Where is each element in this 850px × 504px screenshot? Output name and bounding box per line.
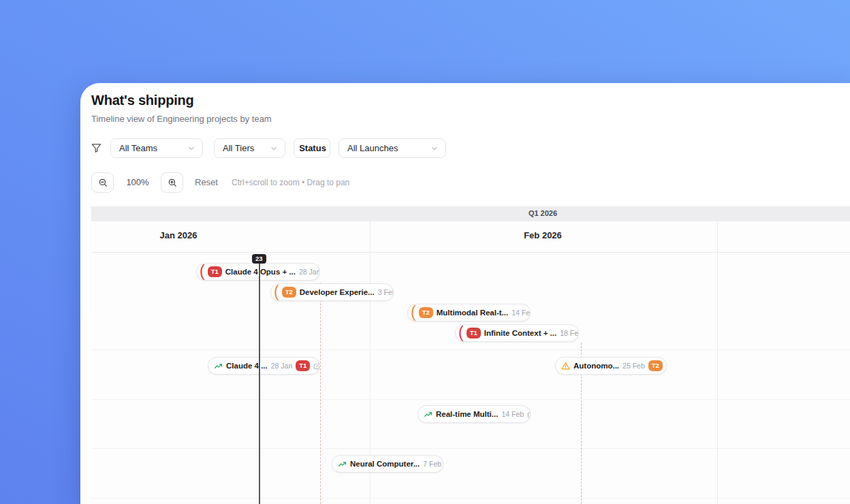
zoom-out-button[interactable] [91, 172, 114, 193]
page-subtitle: Timeline view of Engineering projects by… [91, 114, 272, 124]
teams-filter-dropdown[interactable]: All Teams [110, 138, 203, 158]
project-bar[interactable]: ( T1 Infinite Context + ... 18 Feb [455, 324, 579, 342]
whats-shipping-panel: What's shipping Timeline view of Enginee… [80, 83, 850, 504]
launch-date: 28 Jan [271, 362, 293, 370]
tier-badge: T2 [648, 360, 663, 371]
launch-title: Real-time Multi... [436, 410, 498, 418]
zoom-in-icon [168, 178, 177, 187]
trending-up-icon [214, 362, 223, 371]
bar-title: Developer Experie... [300, 288, 375, 296]
tiers-filter-value: All Tiers [223, 143, 254, 153]
app-background: What's shipping Timeline view of Enginee… [0, 0, 850, 504]
bar-start-bracket: ( [274, 284, 279, 299]
quarter-label: Q1 2026 [509, 209, 577, 217]
lane-divider [91, 498, 850, 499]
external-link-icon [666, 362, 667, 370]
tier-badge: T1 [467, 328, 481, 338]
month-gridline [717, 221, 718, 504]
today-marker-line [259, 264, 260, 504]
launch-title: Claude 4 ... [226, 362, 268, 370]
teams-filter-value: All Teams [119, 143, 157, 153]
tier-badge: T2 [282, 287, 296, 298]
lane-divider [91, 349, 850, 350]
reset-zoom-button[interactable]: Reset [195, 177, 218, 187]
tiers-filter-dropdown[interactable]: All Tiers [214, 138, 285, 158]
zoom-pan-hint: Ctrl+scroll to zoom • Drag to pan [232, 178, 349, 187]
external-link-icon [313, 362, 320, 370]
launch-date: 25 Feb [623, 362, 645, 370]
launches-filter-dropdown[interactable]: All Launches [339, 138, 446, 158]
launch-item[interactable]: Autonomo... 25 Feb T2 [555, 357, 667, 375]
filter-funnel-icon [91, 143, 101, 153]
chevron-down-icon [187, 144, 195, 153]
bar-date: 18 Feb [560, 329, 579, 337]
project-bar[interactable]: ( T1 Claude 4 Opus + ... 28 Jan [196, 263, 320, 281]
today-marker-badge: 23 [252, 254, 266, 264]
tier-badge: T1 [296, 360, 310, 371]
launch-title: Neural Computer... [350, 460, 420, 468]
bar-start-bracket: ( [411, 304, 416, 319]
project-bar[interactable]: ( T2 Multimodal Real-t... 14 Feb [407, 304, 531, 321]
zoom-out-icon [98, 178, 108, 187]
launches-filter-value: All Launches [347, 143, 398, 153]
bar-title: Infinite Context + ... [484, 329, 556, 337]
launch-item[interactable]: Claude 4 ... 28 Jan T1 [208, 357, 320, 375]
chevron-down-icon [430, 144, 439, 153]
month-label-feb: Feb 2026 [509, 230, 577, 240]
bar-title: Multimodal Real-t... [437, 309, 508, 317]
launch-item[interactable]: Real-time Multi... 14 Feb [418, 405, 531, 423]
status-filter-button[interactable]: Status [294, 138, 330, 158]
lane-divider [91, 399, 850, 400]
tier-badge: T1 [208, 266, 222, 277]
zoom-level: 100% [123, 177, 153, 187]
trending-up-icon [338, 460, 347, 469]
warning-icon [561, 362, 570, 371]
zoom-in-button[interactable] [161, 172, 183, 193]
bar-title: Claude 4 Opus + ... [225, 268, 296, 276]
bar-date: 3 Feb [378, 288, 394, 296]
month-label-jan: Jan 2026 [144, 230, 212, 240]
bar-date: 14 Feb [511, 309, 531, 317]
timeline-chart[interactable]: Q1 2026 Jan 2026 Feb 2026 23 ( T1 Claude… [91, 206, 850, 504]
milestone-dashed-line [320, 283, 321, 504]
month-header-row: Jan 2026 Feb 2026 [91, 221, 850, 253]
lane-divider [91, 448, 850, 449]
bar-date: 28 Jan [299, 268, 320, 276]
launch-title: Autonomo... [573, 362, 619, 370]
bar-start-bracket: ( [458, 325, 464, 340]
launch-date: 7 Feb [423, 460, 441, 468]
bar-start-bracket: ( [200, 264, 205, 279]
status-filter-label: Status [299, 143, 326, 153]
external-link-icon [527, 411, 531, 418]
page-title: What's shipping [91, 93, 194, 108]
project-bar[interactable]: ( T2 Developer Experie... 3 Feb [270, 283, 394, 301]
launch-item[interactable]: Neural Computer... 7 Feb [332, 455, 443, 473]
quarter-header-band: Q1 2026 [91, 206, 850, 221]
launch-date: 14 Feb [501, 410, 524, 418]
tier-badge: T2 [419, 307, 433, 318]
trending-up-icon [424, 410, 432, 419]
chevron-down-icon [270, 144, 278, 153]
